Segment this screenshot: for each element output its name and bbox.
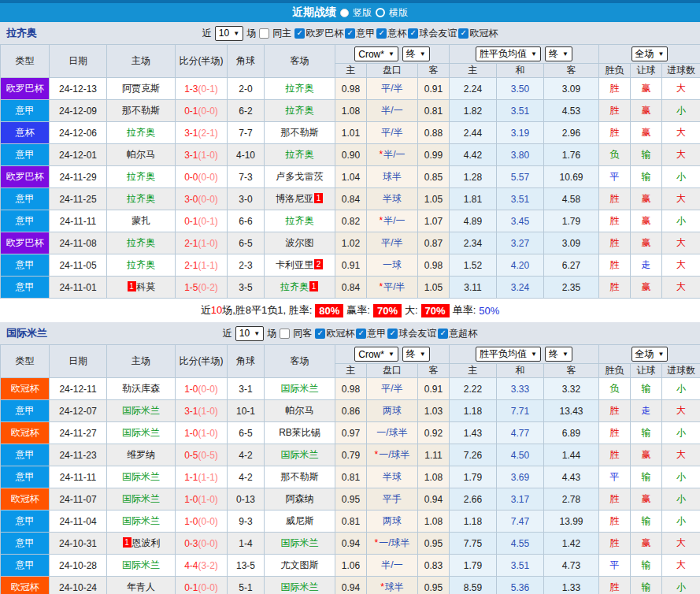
team-name[interactable]: 国际米兰 xyxy=(281,537,319,548)
team-name[interactable]: 拉齐奥 xyxy=(127,237,155,248)
league-filter-item[interactable]: ✓意甲 xyxy=(345,27,375,40)
avg-source-select[interactable]: 胜平负均值▼ xyxy=(476,347,541,362)
odds-away-cell: 1.11 xyxy=(418,444,450,466)
radio-vertical-label[interactable]: 竖版 xyxy=(353,6,372,20)
team-name[interactable]: 科莫 xyxy=(137,281,156,292)
team-name[interactable]: 卡利亚里 xyxy=(276,259,313,270)
period-select[interactable]: 全场▼ xyxy=(631,347,669,362)
radio-horizontal-icon[interactable] xyxy=(376,8,385,17)
league-filter-item[interactable]: ✓球会友谊 xyxy=(408,27,457,40)
avg-home-cell: 1.79 xyxy=(450,466,497,488)
same-venue-label[interactable]: 同客 xyxy=(293,327,312,340)
odds-source-select[interactable]: Crow*▼ xyxy=(354,347,398,362)
team-name[interactable]: 尤文图斯 xyxy=(281,559,319,570)
team-name[interactable]: 卢多戈雷茨 xyxy=(276,171,324,182)
team-name[interactable]: 威尼斯 xyxy=(286,515,314,526)
team-name[interactable]: 国际米兰 xyxy=(122,427,160,438)
avg-away-cell: 1.79 xyxy=(544,210,599,232)
team-name[interactable]: 拉齐奥 xyxy=(127,171,155,182)
handicap-result-cell: 赢 xyxy=(631,78,662,100)
team-name[interactable]: 年青人 xyxy=(127,581,155,592)
team-name[interactable]: RB莱比锡 xyxy=(279,427,320,438)
team-name[interactable]: 那不勒斯 xyxy=(281,471,319,482)
checkbox-checked-icon[interactable]: ✓ xyxy=(387,329,398,339)
odds-final-select[interactable]: 终▼ xyxy=(402,46,430,61)
league-filter-item[interactable]: ✓意甲 xyxy=(356,327,386,340)
checkbox-checked-icon[interactable]: ✓ xyxy=(356,329,366,339)
avg-final-select[interactable]: 终▼ xyxy=(545,347,572,362)
avg-home-cell: 1.82 xyxy=(450,100,497,122)
result-cell: 胜 xyxy=(599,488,631,510)
team-name[interactable]: 国际米兰 xyxy=(122,405,160,416)
same-venue-checkbox[interactable] xyxy=(280,329,290,339)
team-name[interactable]: 拉齐奥 xyxy=(280,281,309,292)
same-venue-checkbox[interactable] xyxy=(259,28,269,39)
team-name[interactable]: 拉齐奥 xyxy=(286,149,314,160)
same-venue-label[interactable]: 同主 xyxy=(272,27,291,40)
checkbox-checked-icon[interactable]: ✓ xyxy=(408,28,418,39)
league-filter-item[interactable]: ✓球会友谊 xyxy=(387,327,436,340)
team-name[interactable]: 拉齐奥 xyxy=(127,259,155,270)
team-name[interactable]: 恩波利 xyxy=(132,537,161,548)
avg-home-cell: 1.79 xyxy=(450,555,497,577)
match-row: 欧冠杯24-11-27国际米兰1-0(1-0)6-5RB莱比锡0.97一/球半0… xyxy=(1,422,700,444)
league-filter-item[interactable]: ✓欧冠杯 xyxy=(458,27,498,40)
team-name[interactable]: 拉齐奥 xyxy=(286,215,314,226)
checkbox-checked-icon[interactable]: ✓ xyxy=(294,28,305,39)
league-filter-item[interactable]: ✓意杯 xyxy=(376,27,406,40)
team-name[interactable]: 波尔图 xyxy=(286,237,314,248)
team-name[interactable]: 国际米兰 xyxy=(281,449,319,460)
avg-draw-cell: 5.57 xyxy=(497,166,544,188)
handicap-result-cell: 赢 xyxy=(631,232,662,254)
match-count-select[interactable]: 10 ▼ xyxy=(235,326,264,341)
team-name[interactable]: 维罗纳 xyxy=(127,449,155,460)
avg-away-cell: 1.76 xyxy=(544,144,599,166)
handicap-cell: 平/半 xyxy=(367,378,418,400)
checkbox-checked-icon[interactable]: ✓ xyxy=(345,28,355,39)
avg-source-select[interactable]: 胜平负均值▼ xyxy=(476,46,541,61)
team-name[interactable]: 国际米兰 xyxy=(122,493,160,504)
goals-cell: 大 xyxy=(662,277,700,299)
checkbox-checked-icon[interactable]: ✓ xyxy=(438,329,448,339)
odds-away-cell: 0.92 xyxy=(418,422,450,444)
league-filter-item[interactable]: ✓欧冠杯 xyxy=(315,327,354,340)
odds-final-select[interactable]: 终▼ xyxy=(402,347,430,362)
handicap-result-cell: 输 xyxy=(631,466,662,488)
team-name[interactable]: 帕尔马 xyxy=(127,149,155,160)
period-select[interactable]: 全场▼ xyxy=(631,46,669,61)
radio-horizontal-label[interactable]: 横版 xyxy=(389,6,408,20)
team-name[interactable]: 拉齐奥 xyxy=(127,193,155,204)
team-name[interactable]: 拉齐奥 xyxy=(127,127,155,138)
team-name[interactable]: 拉齐奥 xyxy=(286,105,314,116)
checkbox-checked-icon[interactable]: ✓ xyxy=(376,28,387,39)
odds-source-select[interactable]: Crow*▼ xyxy=(354,46,398,61)
score-cell: 1-3(0-1) xyxy=(176,78,228,100)
result-cell: 胜 xyxy=(599,188,631,210)
team-name[interactable]: 博洛尼亚 xyxy=(276,193,313,204)
avg-final-select[interactable]: 终▼ xyxy=(545,46,572,61)
away-team-cell: 那不勒斯 xyxy=(265,466,335,488)
avg-draw-value: 4.50 xyxy=(511,450,529,461)
team-name[interactable]: 那不勒斯 xyxy=(281,127,319,138)
team-name[interactable]: 拉齐奥 xyxy=(286,83,314,94)
team-name[interactable]: 国际米兰 xyxy=(281,383,319,394)
checkbox-checked-icon[interactable]: ✓ xyxy=(315,329,325,339)
team-name[interactable]: 国际米兰 xyxy=(281,581,319,592)
checkbox-checked-icon[interactable]: ✓ xyxy=(458,28,469,39)
team-name[interactable]: 勒沃库森 xyxy=(122,383,160,394)
team-name[interactable]: 阿森纳 xyxy=(286,493,314,504)
team-name[interactable]: 帕尔马 xyxy=(286,405,314,416)
home-team-cell: 拉齐奥 xyxy=(107,232,176,254)
league-filter-item[interactable]: ✓欧罗巴杯 xyxy=(294,27,343,40)
radio-vertical-selected-icon[interactable] xyxy=(340,9,349,17)
team-name[interactable]: 国际米兰 xyxy=(122,515,160,526)
league-filter-item[interactable]: ✓意超杯 xyxy=(438,327,477,340)
team-name[interactable]: 国际米兰 xyxy=(122,559,160,570)
team-name[interactable]: 那不勒斯 xyxy=(122,105,160,116)
match-count-select[interactable]: 10 ▼ xyxy=(215,26,243,41)
league-filter-label: 欧冠杯 xyxy=(326,327,354,340)
avg-draw-value: 4.55 xyxy=(511,538,529,549)
team-name[interactable]: 蒙扎 xyxy=(131,215,150,226)
team-name[interactable]: 国际米兰 xyxy=(122,471,160,482)
team-name[interactable]: 阿贾克斯 xyxy=(122,83,160,94)
